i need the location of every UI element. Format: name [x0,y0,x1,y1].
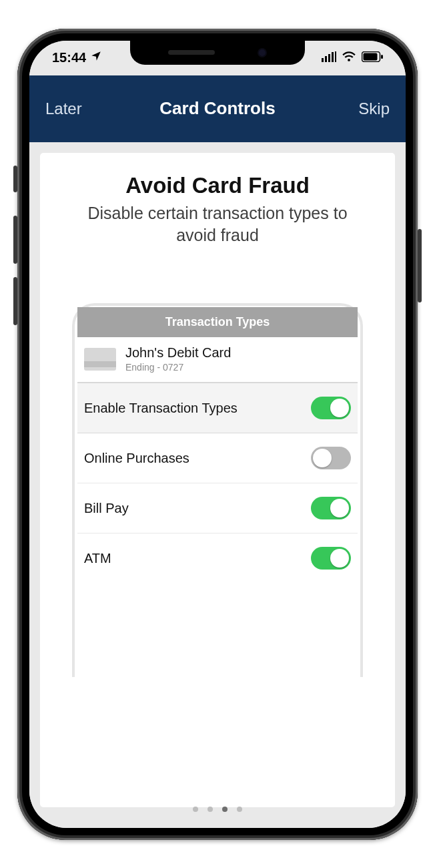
phone-notch [130,41,305,65]
row-enable-transaction-types: Enable Transaction Types [77,383,358,433]
preview-section-header: Transaction Types [77,307,358,337]
pager-dot-1[interactable] [193,807,198,812]
hero-subtitle: Disable certain transaction types to avo… [40,202,395,248]
transaction-types-preview: Transaction Types John's Debit Card Endi… [77,307,358,583]
phone-speaker-grille [168,50,215,55]
phone-screen: 15:44 [29,41,406,828]
onboarding-card: Avoid Card Fraud Disable certain transac… [40,153,395,807]
wifi-icon [342,50,356,65]
svg-rect-2 [328,54,330,62]
row-bill-pay: Bill Pay [77,483,358,533]
row-label: ATM [84,551,111,566]
row-online-purchases: Online Purchases [77,433,358,483]
toggle-online-purchases[interactable] [311,447,351,469]
svg-rect-7 [381,55,383,59]
row-label: Enable Transaction Types [84,401,238,416]
battery-icon [362,50,383,65]
page-title: Card Controls [29,98,406,119]
svg-rect-3 [332,52,334,62]
nav-bar: Later Card Controls Skip [29,75,406,142]
svg-rect-0 [322,58,324,62]
toggle-bill-pay[interactable] [311,497,351,519]
svg-point-5 [348,59,350,61]
preview-card-name: John's Debit Card [125,345,231,361]
row-label: Online Purchases [84,451,189,466]
toggle-atm[interactable] [311,547,351,570]
preview-card-ending: Ending - 0727 [125,362,231,373]
content-area: Avoid Card Fraud Disable certain transac… [29,142,406,828]
card-icon [84,348,116,371]
phone-frame: 15:44 [17,29,418,840]
nav-later-button[interactable]: Later [45,99,82,118]
nav-skip-button[interactable]: Skip [358,99,390,118]
phone-front-camera [258,48,267,57]
row-atm: ATM [77,533,358,583]
svg-rect-1 [325,56,327,62]
pager-dot-2[interactable] [207,807,213,812]
pager-dot-4[interactable] [237,807,242,812]
hero-title: Avoid Card Fraud [40,173,395,198]
svg-rect-4 [335,51,336,62]
phone-power-button [418,229,422,302]
location-icon [90,50,102,65]
pager-dots [29,807,406,812]
phone-mute-switch [13,166,17,192]
preview-card-info: John's Debit Card Ending - 0727 [77,337,358,383]
status-time: 15:44 [52,50,86,65]
pager-dot-3[interactable] [222,807,228,812]
phone-volume-up [13,216,17,264]
row-label: Bill Pay [84,501,129,516]
signal-icon [322,50,336,65]
toggle-enable-transaction-types[interactable] [311,397,351,419]
phone-volume-down [13,277,17,325]
svg-rect-8 [364,53,378,61]
